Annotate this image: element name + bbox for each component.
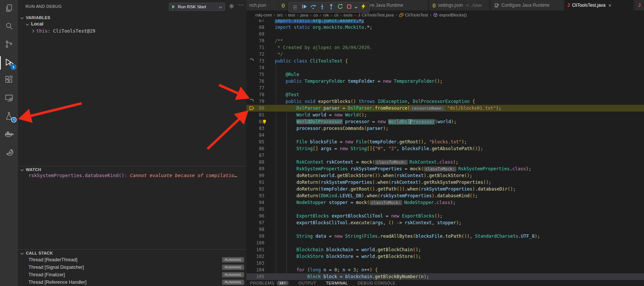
breadcrumb-item-cli[interactable]: cli	[334, 13, 338, 17]
test-running-spinner-icon[interactable]	[249, 99, 254, 106]
gutter-icon-cell[interactable]	[246, 206, 256, 213]
code-line-99[interactable]: 99 String data = new String(Files.readAl…	[246, 233, 644, 240]
code-line-102[interactable]: 102 BlockStore blockStore = world.getBlo…	[246, 253, 644, 260]
restart-button[interactable]	[335, 3, 344, 12]
code-line-92[interactable]: 92 doReturn(tempFolder.getRoot().getPath…	[246, 186, 644, 192]
code-line-81[interactable]: 81 World world = new World();	[246, 112, 644, 118]
code-line-76[interactable]: 76 public TemporaryFolder tempFolder = n…	[246, 78, 644, 85]
step-out-button[interactable]	[326, 3, 335, 12]
gutter-icon-cell[interactable]	[246, 152, 256, 159]
code-line-90[interactable]: 90 doReturn(world.getBlockStore()).when(…	[246, 172, 644, 179]
gutter-icon-cell[interactable]	[246, 260, 256, 267]
gutter-icon-cell[interactable]	[246, 233, 256, 240]
gutter-icon-cell[interactable]	[246, 273, 256, 280]
code-line-93[interactable]: 93 doReturn(DbKind.LEVEL_DB).when(rskSys…	[246, 192, 644, 199]
gutter-icon-cell[interactable]	[246, 85, 256, 91]
gutter-icon-cell[interactable]	[246, 267, 256, 273]
gutter-icon-cell[interactable]	[246, 98, 256, 105]
variables-scope-local[interactable]: Local	[26, 21, 43, 27]
gutter-icon-cell[interactable]	[246, 71, 256, 78]
watch-expression[interactable]: rskSystemProperties.databaseKind(): Cann…	[28, 173, 238, 179]
tab-clitoolstest-java[interactable]: JCliToolsTest.java×	[564, 0, 634, 10]
step-over-button[interactable]	[309, 3, 318, 12]
call-stack-thread[interactable]: Thread [ReaderThread]RUNNING	[18, 256, 246, 264]
gutter-icon-cell[interactable]	[246, 172, 256, 179]
panel-tab-output[interactable]: OUTPUT	[298, 280, 316, 285]
breadcrumb-item-test[interactable]: test	[288, 13, 295, 17]
debug-toolbar-drag-grip[interactable]	[291, 3, 300, 12]
gutter-icon-cell[interactable]	[246, 219, 256, 226]
gutter-icon-cell[interactable]	[246, 19, 256, 24]
activity-item-extensions[interactable]	[0, 72, 18, 90]
gutter-icon-cell[interactable]	[246, 91, 256, 98]
code-line-85[interactable]: 85 File blocksFile = new File(tempFolder…	[246, 139, 644, 145]
code-line-94[interactable]: 94 NodeStopper stopper = mock(classToMoc…	[246, 199, 644, 206]
code-line-84[interactable]: 84	[246, 132, 644, 139]
tab-settings-json[interactable]: {}settings.json~/…/User	[429, 0, 489, 10]
gutter-icon-cell[interactable]	[246, 24, 256, 31]
hot-code-replace-button[interactable]	[359, 3, 368, 12]
gutter-icon-cell[interactable]	[246, 159, 256, 165]
code-line-96[interactable]: 96 ExportBlocks exportBlocksCliTool = ne…	[246, 213, 644, 219]
continue-button[interactable]	[300, 3, 309, 12]
gutter-icon-cell[interactable]	[246, 199, 256, 206]
code-line-100[interactable]: 100	[246, 240, 644, 246]
activity-item-run-and-debug[interactable]: 1	[0, 54, 18, 72]
activity-item-testing[interactable]	[0, 108, 18, 126]
stop-dropdown-button[interactable]	[353, 3, 359, 12]
close-icon[interactable]: ×	[608, 3, 611, 8]
code-line-79[interactable]: 79 public void exportBlocks() throws IOE…	[246, 98, 644, 105]
code-line-98[interactable]: 98	[246, 226, 644, 233]
tab-partial-6[interactable]: J	[635, 0, 644, 10]
activity-item-docker[interactable]	[0, 126, 18, 144]
gutter-icon-cell[interactable]	[246, 51, 256, 58]
code-line-67[interactable]: 67import static org.junit.Assert.*;	[246, 19, 644, 24]
code-line-101[interactable]: 101 Blockchain blockchain = world.getBlo…	[246, 246, 644, 253]
test-running-spinner-icon[interactable]	[249, 58, 254, 65]
step-into-button[interactable]	[318, 3, 326, 12]
call-stack-thread[interactable]: Thread [Signal Dispatcher]RUNNING	[18, 264, 246, 271]
lightbulb-icon[interactable]	[262, 119, 267, 126]
gutter-icon-cell[interactable]	[246, 226, 256, 233]
panel-tab-terminal[interactable]: TERMINAL	[326, 280, 348, 285]
activity-item-remote-explorer[interactable]	[0, 90, 18, 108]
gutter-icon-cell[interactable]	[246, 145, 256, 152]
activity-item-source-control[interactable]	[0, 36, 18, 54]
watch-section-header[interactable]: WATCH	[18, 166, 246, 173]
call-stack-section-header[interactable]: CALL STACK	[18, 250, 246, 256]
code-line-69[interactable]: 69	[246, 31, 644, 37]
gutter-icon-cell[interactable]	[246, 179, 256, 186]
run-config-dropdown[interactable]: Run RSK Start	[169, 3, 225, 11]
gutter-icon-cell[interactable]	[246, 118, 256, 125]
code-line-74[interactable]: 74	[246, 64, 644, 71]
breakpoint-current-line-icon[interactable]	[249, 106, 255, 113]
gutter-icon-cell[interactable]	[246, 186, 256, 192]
code-line-77[interactable]: 77	[246, 85, 644, 91]
gutter-icon-cell[interactable]	[246, 31, 256, 37]
code-line-75[interactable]: 75 @Rule	[246, 71, 644, 78]
tab-configure-java-runtime[interactable]: Configure Java Runtime	[491, 0, 564, 10]
variable-this[interactable]: this: CliToolsTest@29	[31, 28, 95, 34]
gutter-icon-cell[interactable]	[246, 246, 256, 253]
breadcrumb-item-clitoolstest[interactable]: CliToolsTest	[399, 13, 428, 17]
code-line-82[interactable]: 82 WorldDslProcessor processor = new Wor…	[246, 118, 644, 125]
breadcrumb-item-tools[interactable]: tools	[343, 13, 352, 17]
code-line-68[interactable]: 68import static org.mockito.Mockito.*;	[246, 24, 644, 31]
code-line-104[interactable]: 104 for (long n = 0; n < 3; n++) {	[246, 267, 644, 273]
code-line-103[interactable]: 103	[246, 260, 644, 267]
code-line-105[interactable]: 105 Block block = blockchain.getBlockByN…	[246, 273, 644, 280]
gutter-icon-cell[interactable]	[246, 192, 256, 199]
call-stack-thread[interactable]: Thread [Finalizer]RUNNING	[18, 271, 246, 279]
more-actions-icon[interactable]: ···	[238, 1, 244, 7]
code-line-80[interactable]: 80 DslParser parser = DslParser.fromReso…	[246, 105, 644, 112]
code-line-86[interactable]: 86 String[] args = new String[]{"0", "2"…	[246, 145, 644, 152]
gutter-icon-cell[interactable]	[246, 132, 256, 139]
gutter-icon-cell[interactable]	[246, 139, 256, 145]
stop-button[interactable]	[344, 3, 353, 12]
code-line-83[interactable]: 83 processor.processCommands(parser);	[246, 125, 644, 132]
call-stack-thread[interactable]: Thread [Reference Handler]RUNNING	[18, 279, 246, 286]
breadcrumb-item-clitoolstest-java[interactable]: JCliToolsTest.java	[358, 13, 394, 17]
code-line-78[interactable]: 78 @Test	[246, 91, 644, 98]
panel-tab-problems[interactable]: PROBLEMS1K+	[250, 280, 289, 285]
code-line-95[interactable]: 95	[246, 206, 644, 213]
